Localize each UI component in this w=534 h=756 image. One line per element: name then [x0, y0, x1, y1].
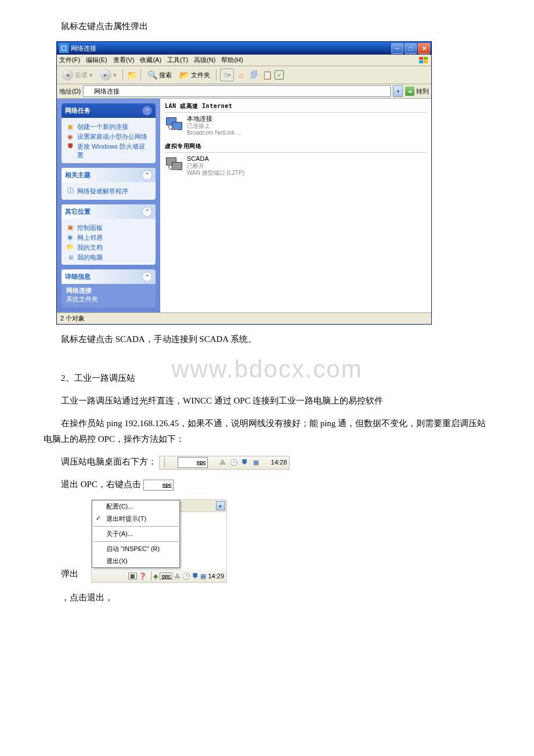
- tray-network-icon[interactable]: ▦: [243, 458, 252, 467]
- go-button[interactable]: ➜转到: [405, 87, 429, 96]
- menu-start-inspec[interactable]: 启动 "INSPEC" (R): [92, 543, 179, 555]
- menu-view[interactable]: 查看(V): [113, 56, 135, 64]
- maximize-button[interactable]: □: [405, 43, 417, 54]
- up-icon[interactable]: 📁: [127, 70, 137, 80]
- back-button[interactable]: ◄ 后退 ▾: [59, 68, 95, 82]
- tray-time: 14:28: [254, 457, 287, 469]
- connection-name: SCADA: [187, 155, 244, 163]
- addressbar: 地址(D) 网络连接 ▾ ➜转到: [57, 84, 431, 99]
- details-type: 系统文件夹: [66, 295, 151, 304]
- tray-time: 14:29: [208, 573, 224, 579]
- connection-device: Broadcom NetLink ...: [187, 129, 241, 136]
- context-menu: 配置(C)... 退出时提示(T) 关于(A)... 启动 "INSPEC" (…: [92, 500, 180, 568]
- home-icon[interactable]: ⌂: [236, 70, 247, 80]
- place-control-panel[interactable]: ▣控制面板: [66, 224, 151, 232]
- menu-tools[interactable]: 工具(T): [167, 56, 188, 64]
- menu-advanced[interactable]: 高级(N): [194, 56, 215, 64]
- menu-separator: [93, 541, 178, 542]
- paragraph-5: 在操作员站 ping 192.168.126.45，如果不通，说明网线没有接好；…: [44, 416, 493, 447]
- opc-tray-icon[interactable]: opc: [160, 573, 172, 579]
- place-my-documents[interactable]: 📁我的文档: [66, 243, 151, 252]
- close-button[interactable]: ✕: [418, 43, 430, 54]
- panel-details: 详细信息 ⌃ 网络连接 系统文件夹: [62, 269, 156, 308]
- place-network-neighborhood[interactable]: ◉网上邻居: [66, 233, 151, 242]
- paragraph-2: 鼠标左键点击 SCADA，手动连接到 SCADA 系统。: [44, 332, 493, 347]
- collapse-icon[interactable]: ⌃: [142, 170, 152, 180]
- window-title: 网络连接: [71, 44, 96, 53]
- toolbar: ◄ 后退 ▾ ► ▾ 📁 🔍 搜索 📂 文件夹 ☷▾ ⌂ 🗐 📋 ✓: [57, 66, 431, 84]
- forward-button[interactable]: ► ▾: [98, 68, 119, 82]
- tray-clock-icon[interactable]: 🕑: [182, 573, 190, 580]
- connection-status: 已连接上: [187, 123, 241, 129]
- menu-separator: [93, 526, 178, 527]
- paragraph-8-prefix: 弹出: [61, 566, 78, 582]
- heading-section-2: 2、工业一路调压站: [44, 370, 493, 386]
- address-dropdown[interactable]: ▾: [393, 85, 403, 97]
- address-icon: [85, 88, 92, 95]
- tray-volume-icon[interactable]: 🖧: [174, 573, 181, 579]
- panel-header[interactable]: 其它位置 ⌃: [62, 204, 156, 219]
- tray-help-icon[interactable]: ❓: [139, 573, 147, 580]
- connection-local[interactable]: 本地连接 已连接上 Broadcom NetLink ...: [165, 115, 427, 136]
- menu-file[interactable]: 文件(F): [59, 56, 80, 64]
- paragraph-1: 鼠标左键点击属性弹出: [44, 19, 493, 34]
- tray-network-icon[interactable]: ▦: [200, 573, 206, 580]
- details-name: 网络连接: [66, 286, 151, 295]
- menu-help[interactable]: 帮助(H): [221, 56, 243, 64]
- paragraph-6: 调压站电脑桌面右下方： ◆ opc 🖧 🕑 ⛊ ▦ 14:28: [44, 454, 493, 470]
- panel-related: 相关主题 ⌃ ⓘ网络疑难解答程序: [62, 168, 156, 200]
- side-panel: 网络任务 ⌃ ▣创建一个新的连接 ◉设置家庭或小型办公网络 ⛊更改 Window…: [57, 99, 160, 312]
- panel-header[interactable]: 网络任务 ⌃: [62, 103, 156, 118]
- separator: [140, 69, 141, 81]
- related-troubleshoot[interactable]: ⓘ网络疑难解答程序: [66, 187, 151, 196]
- collapse-icon[interactable]: ⌃: [142, 207, 152, 217]
- collapse-icon[interactable]: ⌃: [142, 272, 152, 282]
- menu-exit-prompt[interactable]: 退出时提示(T): [92, 513, 179, 525]
- titlebar[interactable]: 网络连接 ─ □ ✕: [57, 42, 431, 55]
- paragraph-7: 退出 OPC，右键点击 opc: [44, 477, 493, 492]
- panel-header[interactable]: 详细信息 ⌃: [62, 269, 156, 284]
- folders-button[interactable]: 📂 文件夹: [176, 69, 212, 81]
- collapse-icon[interactable]: ⌃: [142, 106, 152, 116]
- check-icon[interactable]: ✓: [275, 70, 284, 80]
- paragraph-4: 工业一路调压站通过光纤直连，WINCC 通过 OPC 连接到工业一路电脑上的易控…: [44, 393, 493, 409]
- statusbar: 2 个对象: [57, 312, 431, 324]
- separator: [122, 69, 123, 81]
- tray-app-icon[interactable]: ◆: [153, 573, 158, 580]
- connection-scada[interactable]: SCADA 已断开 WAN 微型端口 (L2TP): [165, 155, 427, 177]
- views-icon[interactable]: ☷▾: [220, 69, 234, 81]
- address-input[interactable]: 网络连接: [83, 85, 391, 97]
- content-area: LAN 或高速 Internet 本地连接 已连接上 Broadcom NetL…: [160, 99, 431, 312]
- separator: [216, 69, 217, 81]
- place-my-computer[interactable]: 🖥我的电脑: [66, 253, 151, 262]
- paste-icon[interactable]: 📋: [262, 70, 272, 80]
- window-network-connections: 网络连接 ─ □ ✕ 文件(F) 编辑(E) 查看(V) 收藏(A) 工具(T)…: [56, 41, 432, 325]
- tray-app-icon[interactable]: ◆: [167, 458, 176, 467]
- opc-inline-icon[interactable]: opc: [143, 480, 174, 490]
- menu-favorites[interactable]: 收藏(A): [140, 56, 161, 64]
- panel-other-places: 其它位置 ⌃ ▣控制面板 ◉网上邻居 📁我的文档 🖥我的电脑: [62, 204, 156, 265]
- address-label: 地址(D): [59, 87, 81, 96]
- menu-config[interactable]: 配置(C)...: [92, 501, 179, 513]
- connection-status: 已断开: [187, 163, 244, 170]
- copy-icon[interactable]: 🗐: [249, 70, 259, 80]
- panel-network-tasks: 网络任务 ⌃ ▣创建一个新的连接 ◉设置家庭或小型办公网络 ⛊更改 Window…: [62, 103, 156, 163]
- task-firewall[interactable]: ⛊更改 Windows 防火墙设置: [66, 142, 151, 160]
- task-home-network[interactable]: ◉设置家庭或小型办公网络: [66, 132, 151, 141]
- menu-about[interactable]: 关于(A)...: [92, 528, 179, 540]
- address-value: 网络连接: [94, 87, 120, 96]
- menu-exit[interactable]: 退出(X): [92, 555, 179, 567]
- minimize-button[interactable]: ─: [391, 43, 403, 54]
- tray-shield-icon[interactable]: ⛊: [192, 573, 199, 579]
- menubar: 文件(F) 编辑(E) 查看(V) 收藏(A) 工具(T) 高级(N) 帮助(H…: [57, 55, 431, 66]
- connection-name: 本地连接: [187, 115, 241, 123]
- connection-icon: [165, 115, 183, 134]
- task-new-connection[interactable]: ▣创建一个新的连接: [66, 123, 151, 131]
- tray-ime-icon[interactable]: ▦: [128, 573, 137, 579]
- menu-edit[interactable]: 编辑(E): [86, 56, 107, 64]
- search-button[interactable]: 🔍 搜索: [145, 69, 174, 81]
- scroll-right-icon[interactable]: ▸: [216, 501, 225, 510]
- tray-separator: [149, 571, 151, 581]
- window-icon: [59, 44, 68, 53]
- panel-header[interactable]: 相关主题 ⌃: [62, 168, 156, 182]
